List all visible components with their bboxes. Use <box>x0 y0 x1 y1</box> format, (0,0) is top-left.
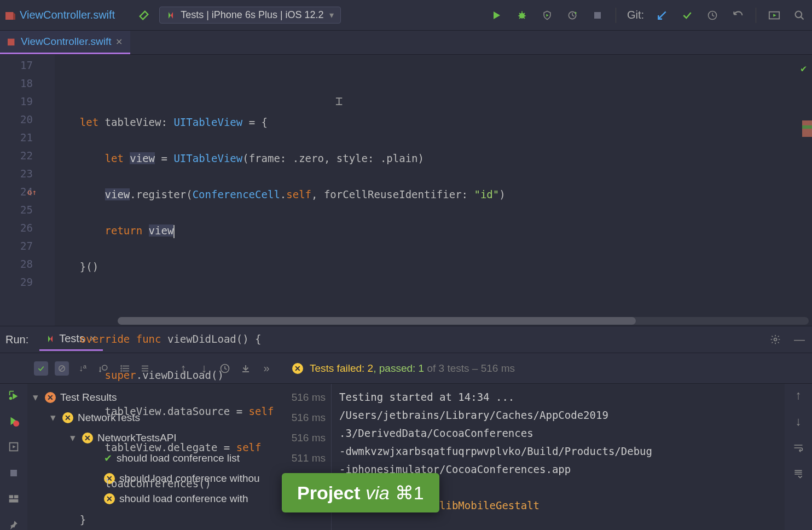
editor-tabs: ViewController.swift ✕ <box>0 31 812 55</box>
svg-marker-30 <box>13 446 16 449</box>
run-label: Run: <box>5 333 28 346</box>
line-number[interactable]: 17 <box>0 59 55 77</box>
git-update-button[interactable] <box>655 8 669 22</box>
editor-tab[interactable]: ViewController.swift ✕ <box>0 31 130 54</box>
line-number[interactable]: 28 <box>0 258 55 276</box>
line-number[interactable]: 24o↑ <box>0 186 55 204</box>
notification-title: Project <box>297 482 360 504</box>
target-icon <box>166 11 175 20</box>
git-label: Git: <box>627 9 644 21</box>
svg-rect-34 <box>9 499 19 503</box>
git-history-button[interactable] <box>705 8 720 22</box>
line-number[interactable]: 26 <box>0 222 55 240</box>
run-config-icon <box>46 335 55 343</box>
main-toolbar: ViewController.swift Tests | iPhone 6s P… <box>0 0 812 31</box>
svg-marker-18 <box>48 336 50 342</box>
svg-marker-3 <box>494 11 500 19</box>
git-rollback-button[interactable] <box>730 8 745 22</box>
inspection-ok-icon[interactable]: ✔ <box>801 59 807 77</box>
dropdown-icon: ▾ <box>329 10 334 20</box>
line-number[interactable]: 19 <box>0 95 55 113</box>
line-number[interactable]: 21 <box>0 131 55 149</box>
line-number[interactable]: 27 <box>0 240 55 258</box>
horizontal-scrollbar[interactable] <box>118 317 809 325</box>
line-number[interactable]: 20 <box>0 113 55 131</box>
notification-shortcut: ⌘1 <box>395 482 424 504</box>
override-marker-icon[interactable]: o↑ <box>27 188 37 197</box>
gutter: 17 18 19 20 21 22 23 24o↑ 25 26 27 28 29 <box>0 55 55 326</box>
stop-tests-button[interactable] <box>7 466 21 480</box>
editor: 17 18 19 20 21 22 23 24o↑ 25 26 27 28 29… <box>0 55 812 326</box>
text-cursor-icon: ⌶ <box>335 92 343 110</box>
svg-point-26 <box>9 396 13 400</box>
target-text: Tests | iPhone 6s Plus | iOS 12.2 <box>181 9 323 21</box>
svg-rect-0 <box>5 12 13 20</box>
debug-button[interactable] <box>515 8 529 22</box>
error-icon: ✕ <box>45 392 56 403</box>
svg-marker-19 <box>50 336 53 342</box>
swift-file-icon <box>8 37 16 46</box>
toggle-auto-test-button[interactable] <box>7 440 21 454</box>
svg-marker-2 <box>171 12 173 19</box>
svg-rect-12 <box>594 12 601 19</box>
stop-button[interactable] <box>590 8 605 22</box>
action-notification: Project via ⌘1 <box>282 473 439 512</box>
svg-rect-32 <box>9 495 14 498</box>
svg-marker-1 <box>169 12 171 19</box>
git-commit-button[interactable] <box>680 8 694 22</box>
swift-file-icon <box>5 10 15 20</box>
svg-marker-15 <box>773 14 776 17</box>
coverage-button[interactable] <box>540 8 554 22</box>
run-target-selector[interactable]: Tests | iPhone 6s Plus | iOS 12.2 ▾ <box>159 7 340 24</box>
search-button[interactable] <box>792 8 807 22</box>
svg-rect-31 <box>10 470 17 476</box>
tab-close-button[interactable]: ✕ <box>115 37 123 47</box>
show-passed-button[interactable] <box>34 361 48 376</box>
test-action-sidebar <box>0 384 27 530</box>
line-number[interactable]: 25 <box>0 204 55 222</box>
svg-marker-25 <box>13 393 18 399</box>
presentation-button[interactable] <box>767 8 781 22</box>
svg-rect-17 <box>8 39 14 45</box>
pin-button[interactable] <box>7 518 21 530</box>
build-button[interactable] <box>137 8 151 22</box>
line-number[interactable]: 29 <box>0 276 55 294</box>
svg-point-28 <box>13 420 19 427</box>
line-number[interactable]: 18 <box>0 77 55 95</box>
tab-filename: ViewController.swift <box>21 36 111 48</box>
rerun-button[interactable] <box>7 388 21 402</box>
svg-marker-9 <box>546 14 548 16</box>
run-button[interactable] <box>490 8 504 22</box>
svg-point-16 <box>796 11 802 18</box>
profile-button[interactable] <box>565 8 579 22</box>
breadcrumb-filename[interactable]: ViewController.swift <box>20 9 115 21</box>
svg-rect-33 <box>14 495 19 498</box>
line-number[interactable]: 22 <box>0 149 55 168</box>
expand-arrow-icon[interactable]: ▾ <box>33 391 42 404</box>
notification-via: via <box>366 482 389 504</box>
line-number[interactable]: 23 <box>0 168 55 186</box>
rerun-failed-button[interactable] <box>7 414 21 428</box>
error-stripe[interactable] <box>802 120 812 137</box>
layout-button[interactable] <box>7 492 21 505</box>
code-area[interactable]: let tableView: UITableView = { let view … <box>55 55 812 326</box>
